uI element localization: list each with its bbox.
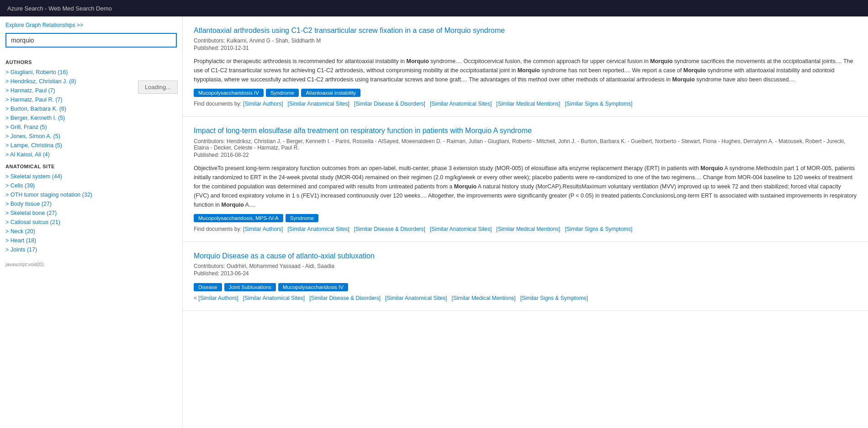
- tag-1-1[interactable]: Syndrome: [286, 214, 318, 222]
- author-filter-6[interactable]: > Grill, Franz (5): [5, 123, 177, 132]
- similar-anatomical-sites-2b[interactable]: [Similar Anatomical Sites]: [385, 295, 447, 301]
- similar-disease-1[interactable]: [Similar Disease & Disorders]: [354, 226, 425, 232]
- similar-signs-0[interactable]: [Similar Signs & Symptoms]: [565, 101, 632, 107]
- result-card-1: Impact of long-term elosulfase alfa trea…: [183, 117, 868, 241]
- similar-disease-2[interactable]: [Similar Disease & Disorders]: [309, 295, 381, 301]
- tag-0-2[interactable]: Atlantoaxial instability: [301, 89, 360, 97]
- find-docs-1: Find documents by: [Similar Authors] [Si…: [194, 226, 857, 232]
- tag-2-2[interactable]: Mucopolysaccharidosis IV: [278, 283, 348, 291]
- tag-0-1[interactable]: Syndrome: [266, 89, 299, 97]
- anatomical-section-title: ANATOMICAL SITE: [5, 164, 177, 169]
- anatomical-filter-3[interactable]: > Body tissue (27): [5, 199, 177, 209]
- topbar: Azure Search - Web Med Search Demo: [0, 0, 868, 16]
- result-title-2[interactable]: Morquio Disease as a cause of atlanto-ax…: [194, 251, 857, 261]
- anatomical-filter-7[interactable]: > Heart (18): [5, 236, 177, 245]
- explore-graph-link[interactable]: Explore Graph Relationships >>: [5, 22, 177, 28]
- find-docs-2: < [Similar Authors] [Similar Anatomical …: [194, 295, 857, 301]
- result-contributors-0: Contributors: Kulkarni, Arvind G - Shah,…: [194, 37, 857, 44]
- result-contributors-2: Contributors: Oudrhiri, Mohammed Yassaad…: [194, 263, 857, 269]
- sidebar: Explore Graph Relationships >> Loading..…: [0, 16, 183, 428]
- result-title-0[interactable]: Atlantoaxial arthrodesis using C1-C2 tra…: [194, 26, 857, 36]
- authors-section-title: AUTHORS: [5, 59, 177, 65]
- result-title-1[interactable]: Impact of long-term elosulfase alfa trea…: [194, 126, 857, 136]
- similar-anatomical-sites-0a[interactable]: [Similar Anatomical Sites]: [287, 101, 349, 107]
- anatomical-filter-8[interactable]: > Joints (17): [5, 245, 177, 254]
- tag-2-0[interactable]: Disease: [194, 283, 222, 291]
- author-filter-8[interactable]: > Lampe, Christina (5): [5, 141, 177, 150]
- anatomical-filter-4[interactable]: > Skeletal bone (27): [5, 209, 177, 218]
- tag-0-0[interactable]: Mucopolysaccharidosis IV: [194, 89, 264, 97]
- author-filter-9[interactable]: > Al Kaissi, Ali (4): [5, 150, 177, 159]
- anatomical-section: ANATOMICAL SITE > Skeletal system (44) >…: [5, 164, 177, 254]
- footer-js: javascript:void(0);: [5, 262, 177, 267]
- similar-medical-mentions-1[interactable]: [Similar Medical Mentions]: [496, 226, 560, 232]
- similar-medical-mentions-2[interactable]: [Similar Medical Mentions]: [452, 295, 516, 301]
- result-tags-2: Disease Joint Subluxations Mucopolysacch…: [194, 283, 857, 291]
- similar-disease-0[interactable]: [Similar Disease & Disorders]: [354, 101, 425, 107]
- result-tags-0: Mucopolysaccharidosis IV Syndrome Atlant…: [194, 89, 857, 97]
- anatomical-filter-0[interactable]: > Skeletal system (44): [5, 172, 177, 181]
- similar-signs-1[interactable]: [Similar Signs & Symptoms]: [565, 226, 632, 232]
- similar-medical-mentions-0[interactable]: [Similar Medical Mentions]: [496, 101, 560, 107]
- results-main: Atlantoaxial arthrodesis using C1-C2 tra…: [183, 16, 868, 428]
- loading-indicator: Loading...: [138, 80, 178, 94]
- result-contributors-1: Contributors: Hendriksz, Christian J. - …: [194, 138, 857, 151]
- similar-anatomical-sites-1b[interactable]: [Similar Anatomical Sites]: [430, 226, 492, 232]
- anatomical-filter-5[interactable]: > Callosal sulcus (21): [5, 218, 177, 227]
- tag-2-1[interactable]: Joint Subluxations: [224, 283, 276, 291]
- similar-signs-2[interactable]: [Similar Signs & Symptoms]: [520, 295, 588, 301]
- author-filter-0[interactable]: > Giugliani, Roberto (16): [5, 68, 177, 77]
- similar-anatomical-sites-0b[interactable]: [Similar Anatomical Sites]: [430, 101, 492, 107]
- similar-authors-0[interactable]: [Similar Authors]: [243, 101, 283, 107]
- anatomical-filter-1[interactable]: > Cells (39): [5, 181, 177, 190]
- result-abstract-1: ObjectiveTo present long-term respirator…: [194, 164, 857, 209]
- author-filter-5[interactable]: > Berger, Kenneth I. (5): [5, 113, 177, 123]
- authors-section: AUTHORS > Giugliani, Roberto (16) > Hend…: [5, 59, 177, 159]
- author-filter-3[interactable]: > Harmatz, Paul R. (7): [5, 95, 177, 104]
- result-tags-1: Mucopolysaccharidosis, MPS-IV-A Syndrome: [194, 214, 857, 222]
- result-published-2: Published: 2013-06-24: [194, 270, 857, 277]
- similar-anatomical-sites-2a[interactable]: [Similar Anatomical Sites]: [243, 295, 305, 301]
- author-filter-4[interactable]: > Burton, Barbara K. (6): [5, 104, 177, 113]
- similar-anatomical-sites-1a[interactable]: [Similar Anatomical Sites]: [287, 226, 349, 232]
- find-docs-0: Find documents by: [Similar Authors] [Si…: [194, 101, 857, 107]
- author-filter-7[interactable]: > Jones, Simon A. (5): [5, 132, 177, 141]
- anatomical-filter-6[interactable]: > Neck (20): [5, 227, 177, 236]
- result-card-2: Morquio Disease as a cause of atlanto-ax…: [183, 242, 868, 311]
- result-published-1: Published: 2016-08-22: [194, 152, 857, 158]
- search-input[interactable]: [5, 33, 177, 48]
- similar-authors-2[interactable]: [Similar Authors]: [198, 295, 238, 301]
- anatomical-filter-2[interactable]: > OTH tumor staging notation (32): [5, 190, 177, 199]
- result-abstract-0: Prophylactic or therapeutic arthrodesis …: [194, 57, 857, 84]
- result-published-0: Published: 2010-12-31: [194, 45, 857, 51]
- topbar-title: Azure Search - Web Med Search Demo: [7, 5, 112, 12]
- tag-1-0[interactable]: Mucopolysaccharidosis, MPS-IV-A: [194, 214, 283, 222]
- similar-authors-1[interactable]: [Similar Authors]: [243, 226, 283, 232]
- result-card-0: Atlantoaxial arthrodesis using C1-C2 tra…: [183, 16, 868, 117]
